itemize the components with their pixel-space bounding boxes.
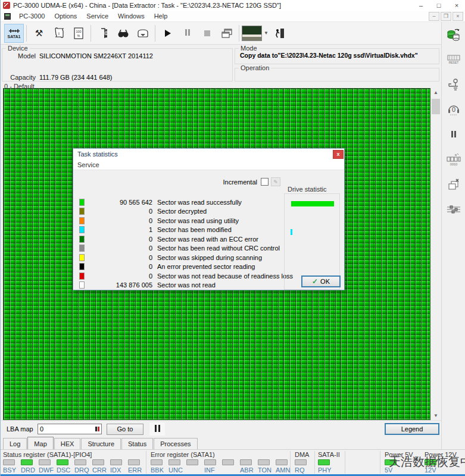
led-label: UNC — [168, 466, 183, 474]
led-indicator-amn — [276, 459, 288, 465]
led-indicator-dwf — [39, 459, 51, 465]
edit-pencil-button[interactable]: ✎ — [271, 177, 280, 186]
stat-color-swatch — [79, 226, 85, 233]
drive-copy-button[interactable] — [443, 24, 464, 45]
right-sidebar: RESET 0 000|0 — [441, 22, 465, 474]
menu-item-windows[interactable]: Windows — [113, 11, 149, 21]
lba-map-label: LBA map — [7, 425, 33, 433]
statusbar-group: Status register (SATA1)-[PIO4]BSYDRDDWFD… — [3, 451, 146, 474]
lba-input[interactable]: 0 — [38, 424, 102, 434]
statusbar-group-title: DMA — [295, 451, 313, 458]
toolbar-separator — [239, 25, 239, 42]
script-info-button[interactable]: i — [49, 24, 68, 43]
percent-report-button[interactable]: 100% — [68, 24, 88, 43]
scroll-down-icon[interactable]: ▼ — [431, 411, 441, 420]
headphones-zero-icon: 0 — [447, 102, 461, 117]
close-button[interactable]: × — [448, 0, 465, 11]
windows-cascade-button[interactable] — [217, 24, 236, 43]
sata-connector-icon — [8, 28, 20, 34]
toolbar-separator — [90, 25, 91, 42]
led-indicator — [222, 459, 234, 465]
lba-value: 0 — [40, 425, 95, 433]
status-column-button[interactable] — [93, 24, 113, 43]
svg-text:0: 0 — [452, 106, 455, 113]
mode-value: Copy data to"E:\2023\4.23-Netac 120g ssd… — [240, 52, 418, 59]
maximize-button[interactable]: □ — [430, 0, 448, 11]
dialog-menu-service[interactable]: Service — [77, 160, 104, 170]
port-sata1-button[interactable]: SATA1 — [4, 24, 24, 43]
stat-label: Sector was read successfully — [157, 199, 242, 206]
map-scrollbar[interactable]: ▲ ▼ — [430, 88, 440, 420]
sidebar-pause-button[interactable] — [443, 124, 464, 145]
led-label: DWF — [39, 466, 54, 474]
menu-item-pc-3000[interactable]: PC-3000 — [14, 11, 49, 21]
watermark-text: 天浩数据恢复中心 — [389, 454, 465, 470]
stat-label: Sector was not read — [157, 281, 216, 289]
pc3000-window: PC-3000 UDMA-E (x64) - China - [Data Ext… — [0, 0, 465, 476]
stat-label: Sector was not read because of readiness… — [157, 273, 293, 280]
reset-chip-icon — [447, 55, 460, 61]
model-value: SILICONMOTION SM2246XT 2014112 — [39, 52, 153, 60]
menu-item-service[interactable]: Service — [82, 11, 113, 21]
mdi-restore-button[interactable]: ❐ — [441, 12, 451, 21]
svg-text:100: 100 — [76, 30, 81, 33]
stop-icon — [204, 30, 210, 36]
stat-row: 0Sector was read with an ECC error — [79, 234, 282, 244]
led-label: RQ — [295, 466, 305, 474]
power-connector-button[interactable] — [443, 74, 464, 95]
incremental-label: Incremental — [223, 178, 257, 186]
minimize-button[interactable]: – — [412, 0, 430, 11]
led-label: DRD — [21, 466, 35, 474]
eject-task-button[interactable] — [133, 24, 152, 43]
stat-label: Sector was read with an ECC error — [157, 236, 258, 243]
tab-processes[interactable]: Processes — [154, 438, 197, 449]
tab-map[interactable]: Map — [27, 437, 53, 449]
mdi-minimize-button[interactable]: – — [429, 12, 439, 21]
scroll-up-icon[interactable]: ▲ — [431, 88, 441, 97]
goto-button[interactable]: Go to — [107, 424, 143, 435]
menu-item-help[interactable]: Help — [149, 11, 173, 21]
reset-button[interactable]: RESET — [443, 49, 464, 70]
counter-label: 000|0 — [450, 162, 457, 166]
pause-icon — [154, 425, 161, 433]
stat-row: 0An error prevented sector reading — [79, 262, 282, 272]
run-button[interactable] — [158, 24, 177, 43]
tab-structure[interactable]: Structure — [81, 438, 121, 449]
acoustic-control-button[interactable]: 0 — [443, 99, 464, 120]
mode-group: Mode Copy data to"E:\2023\4.23-Netac 120… — [235, 48, 439, 64]
info-panel: Device Model SILICONMOTION SM2246XT 2014… — [1, 45, 441, 83]
sector-counter-button[interactable]: 000|0 — [443, 149, 464, 170]
exit-door-icon — [274, 28, 285, 39]
close-windows-button[interactable] — [443, 174, 464, 195]
dialog-titlebar: Task statistics x — [73, 149, 344, 159]
ok-button[interactable]: ✓ OK — [301, 275, 341, 287]
tab-log[interactable]: Log — [3, 438, 27, 449]
stat-label: Sector was read using utility — [157, 217, 239, 224]
stat-color-swatch — [79, 273, 85, 280]
map-preview-dropdown[interactable]: ▼ — [242, 24, 269, 42]
search-button[interactable] — [113, 24, 133, 43]
tab-hex[interactable]: HEX — [54, 438, 81, 449]
operation-group-label: Operation — [239, 64, 271, 71]
tab-status[interactable]: Status — [121, 438, 153, 449]
stop-button[interactable] — [197, 24, 217, 43]
mdi-close-button[interactable]: × — [452, 12, 463, 21]
stat-color-swatch — [79, 245, 85, 252]
led-label: INF — [204, 466, 215, 474]
incremental-checkbox[interactable] — [261, 178, 269, 186]
stat-row: 0Sector was read using utility — [79, 216, 282, 226]
scrollbar-thumb[interactable] — [432, 99, 440, 114]
led-indicator-bbk — [151, 459, 163, 465]
pause-button[interactable] — [177, 24, 197, 43]
exit-button[interactable] — [269, 24, 289, 43]
map-pause-button[interactable] — [149, 422, 165, 436]
legend-button[interactable]: Legend — [385, 423, 439, 435]
utility-tools-button[interactable]: ⚒ — [29, 24, 49, 43]
settings-sliders-button[interactable] — [443, 199, 464, 220]
dialog-close-button[interactable]: x — [333, 150, 344, 159]
menu-item-options[interactable]: Options — [49, 11, 82, 21]
stat-list: 90 565 642Sector was read successfully0S… — [79, 198, 282, 290]
lba-bar: LBA map 0 Go to Legend — [1, 420, 441, 436]
toolbar-separator — [26, 25, 27, 42]
bottom-tabbar: LogMapHEXStructureStatusProcesses — [1, 436, 441, 449]
